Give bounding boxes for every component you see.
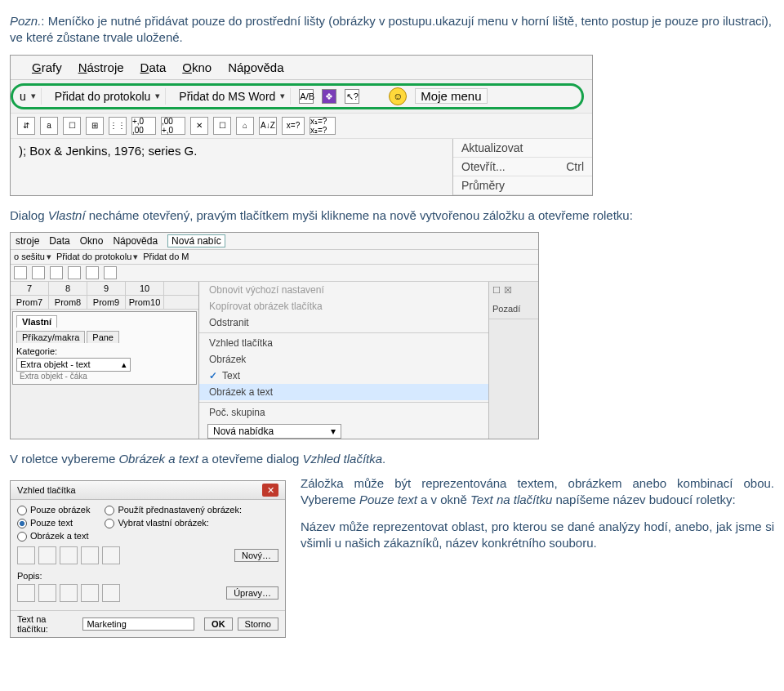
help-arrow-icon[interactable]: ↖? [345, 89, 359, 104]
book-icon[interactable]: ❖ [322, 89, 336, 104]
tb-icon[interactable] [32, 266, 45, 279]
radio-obrazek-a-text[interactable]: Obrázek a text [17, 531, 90, 542]
text-na-tlacitku-input[interactable]: Marketing [82, 617, 194, 631]
radio-prednastaveny[interactable]: Použít přednastavený obrázek: [105, 505, 242, 515]
tb-icon[interactable]: ☐ [213, 117, 231, 135]
dialog-titlebar: Vzhled tlačítka ✕ [11, 481, 285, 500]
icon-choice[interactable] [60, 546, 78, 564]
moje-menu-button[interactable]: Moje menu [415, 88, 487, 104]
upravy-button[interactable]: Úpravy… [226, 586, 278, 600]
tb-icon[interactable]: ⌂ [236, 117, 254, 135]
tb-protokol[interactable]: Přidat do protokolu [56, 252, 138, 262]
menu-nastroje[interactable]: Nástroje [78, 60, 124, 74]
right-click-menu: Obnovit výchozí nastavení Kopírovat obrá… [198, 282, 488, 439]
ctx-prumery[interactable]: Průměry [453, 176, 592, 195]
tb-a-icon[interactable]: a [40, 117, 58, 135]
highlighted-toolbar: u Přidat do protokolu Přidat do MS Word … [11, 83, 584, 109]
icon-choice[interactable] [17, 546, 35, 564]
note-label: Pozn. [10, 14, 41, 28]
close-icon[interactable]: ✕ [262, 484, 278, 497]
btn-protokol[interactable]: Přidat do protokolu [50, 88, 167, 105]
tab-pozadi[interactable]: Pozadí [489, 299, 538, 319]
ctx-delete[interactable]: Odstranit [199, 314, 488, 331]
ctx-copy: Kopírovat obrázek tlačítka [199, 298, 488, 314]
radio-pouze-obrazek[interactable]: Pouze obrázek [17, 505, 90, 515]
menu-item[interactable]: Data [49, 235, 69, 247]
toolbar: o sešitu Přidat do protokolu Přidat do M [11, 250, 538, 265]
ctx-look[interactable]: Vzhled tlačítka [199, 335, 488, 351]
ctx-image[interactable]: Obrázek [199, 351, 488, 368]
tb-sort-icon[interactable]: A↓Z [259, 117, 277, 135]
nova-nabidka-combo[interactable]: Nová nabídka▾ [207, 424, 341, 439]
tb-icon[interactable]: ⊞ [86, 117, 104, 135]
tb-icon[interactable] [68, 266, 81, 279]
tb-icon[interactable]: ☐ [63, 117, 81, 135]
tab-prikazy[interactable]: Příkazy/makra [16, 331, 85, 343]
t-italic: Obrázek a text [118, 452, 198, 466]
screenshot-vzhled-dialog: Vzhled tlačítka ✕ Pouze obrázek Pouze te… [10, 480, 286, 638]
kategorie-select[interactable]: Extra objekt - text▴ [16, 358, 131, 372]
tb-dec-dec-icon[interactable]: ,00 +,0 [161, 117, 185, 135]
tb-icon[interactable] [86, 266, 99, 279]
icon-choice[interactable] [102, 546, 120, 564]
ctx-otevrit[interactable]: Otevřít... Ctrl [453, 158, 592, 176]
mid-paragraph: Dialog Vlastní necháme otevřený, pravým … [10, 207, 774, 224]
t: a v okně [417, 493, 470, 506]
ctx-otevrit-label: Otevřít... [461, 160, 506, 173]
window-controls[interactable]: ☐ ☒ [489, 282, 538, 299]
tb-msword[interactable]: Přidat do M [143, 252, 189, 261]
marker-u[interactable]: u [15, 88, 42, 105]
menu-grafy[interactable]: Grafy [32, 60, 62, 74]
ctx-group[interactable]: Poč. skupina [199, 404, 488, 421]
t-italic: Text na tlačítku [470, 493, 552, 506]
menu-item[interactable]: Okno [80, 235, 104, 247]
ctx-image-text[interactable]: Obrázek a text [199, 384, 488, 400]
tb-sesit[interactable]: o sešitu [14, 252, 51, 262]
icon-picker-row: Nový… [17, 546, 278, 564]
radio-vlastni-obrazek[interactable]: Vybrat vlastní obrázek: [105, 518, 242, 528]
col-head: Prom10 [126, 296, 164, 309]
col-head: 8 [49, 282, 87, 295]
mid2-paragraph: V roletce vybereme Obrázek a text a otev… [10, 451, 774, 467]
menu-napoveda[interactable]: Nápověda [228, 60, 283, 74]
tb-icon[interactable]: ✕ [190, 117, 208, 135]
tb-icon[interactable]: ⋮⋮ [109, 117, 127, 135]
menu-item[interactable]: stroje [16, 235, 39, 247]
ctx-aktualizovat[interactable]: Aktualizovat [453, 139, 592, 158]
novy-button[interactable]: Nový… [234, 549, 278, 562]
kategorie-label: Kategorie: [16, 346, 193, 356]
new-menu-chip[interactable]: Nová nabíc [167, 234, 225, 247]
tb-xeq-icon[interactable]: x=? [282, 117, 305, 135]
icon-choice[interactable] [81, 584, 99, 602]
menu-item[interactable]: Nápověda [113, 235, 158, 247]
tab-vlastni[interactable]: Vlastní [16, 315, 57, 328]
ok-button[interactable]: OK [204, 617, 233, 631]
tb-icon[interactable] [14, 266, 27, 279]
tb-icon[interactable] [50, 266, 63, 279]
icon-choice[interactable] [38, 584, 56, 602]
tb-icon[interactable]: ⇵ [17, 117, 35, 135]
col-head: Prom8 [49, 296, 87, 309]
icon-choice[interactable] [38, 546, 56, 564]
btn-msword[interactable]: Přidat do MS Word [174, 88, 291, 105]
icon-choice[interactable] [81, 546, 99, 564]
tb-x12-icon[interactable]: x₁=? x₂=? [310, 117, 336, 135]
ab-icon[interactable]: A/B [299, 89, 314, 104]
menu-okno[interactable]: Okno [182, 60, 212, 74]
icon-choice[interactable] [60, 584, 78, 602]
menu-data[interactable]: Data [140, 60, 167, 74]
side-text: Záložka může být reprezentována textem, … [301, 475, 774, 561]
tb-dec-inc-icon[interactable]: +,0 ,00 [131, 117, 156, 135]
lower-area: ); Box & Jenkins, 1976; series G. Aktual… [11, 139, 592, 195]
tab-pane[interactable]: Pane [87, 331, 119, 343]
tb-icon[interactable] [104, 266, 117, 279]
icon-choice[interactable] [102, 584, 120, 602]
opt2: Extra objekt - čáka [16, 372, 193, 381]
col-head: Prom9 [87, 296, 126, 309]
ctx-text[interactable]: Text [199, 368, 488, 384]
icon-choice[interactable] [17, 584, 35, 602]
radio-pouze-text[interactable]: Pouze text [17, 518, 90, 528]
smiley-icon[interactable]: ☺ [389, 87, 407, 105]
t-italic: Vlastní [48, 208, 86, 222]
storno-button[interactable]: Storno [238, 617, 278, 631]
